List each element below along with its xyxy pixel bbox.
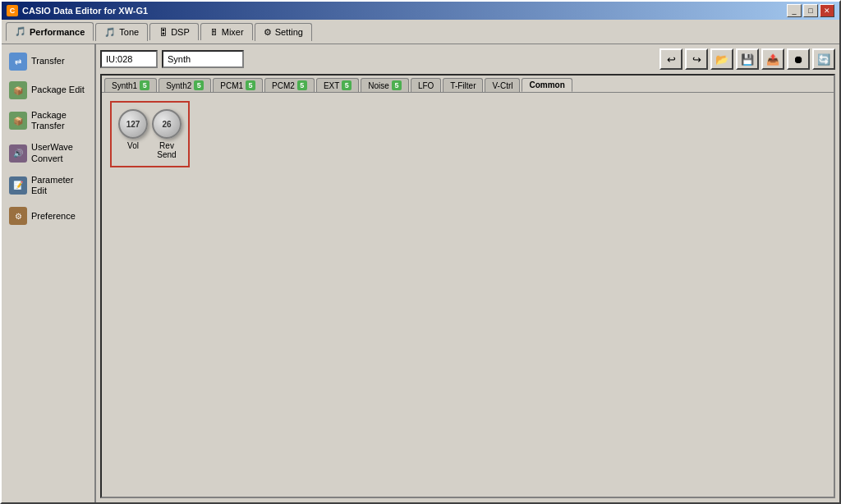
redo-button[interactable]: ↪ <box>685 48 708 70</box>
tab-setting[interactable]: ⚙ Setting <box>255 23 312 41</box>
open-icon: 📂 <box>715 53 728 66</box>
rev-send-knob-item: 26 RevSend <box>152 109 182 159</box>
close-button[interactable]: ✕ <box>820 4 834 17</box>
sidebar-item-package-edit[interactable]: 📦 Package Edit <box>4 77 92 103</box>
performance-tab-label: Performance <box>30 27 85 37</box>
preference-icon: ⚙ <box>9 207 27 225</box>
tone-tab-icon: 🎵 <box>104 27 116 38</box>
tab-mixer[interactable]: 🎚 Mixer <box>200 23 253 40</box>
sidebar-item-preference[interactable]: ⚙ Preference <box>4 203 92 229</box>
synth2-badge: 5 <box>194 80 204 90</box>
redo-icon: ↪ <box>692 53 701 66</box>
sidebar-item-transfer[interactable]: ⇄ Transfer <box>4 48 92 75</box>
toolbar-row: IU:028 Synth ↩ ↪ 📂 <box>100 48 835 70</box>
id-value: IU:028 <box>106 54 132 64</box>
rev-send-knob-value: 26 <box>162 120 171 129</box>
pcm2-badge: 5 <box>297 80 307 90</box>
sub-tab-v-ctrl[interactable]: V-Ctrl <box>485 78 520 92</box>
userwave-icon: 🔊 <box>9 144 27 163</box>
sub-tabs-bar: Synth1 5 Synth2 5 PCM1 5 PCM2 5 <box>102 76 834 93</box>
record-icon: ⏺ <box>793 53 804 66</box>
ext-badge: 5 <box>342 80 352 90</box>
main-window: C CASIO Data Editor for XW-G1 _ □ ✕ 🎵 Pe… <box>0 0 841 504</box>
toolbar-right: ↩ ↪ 📂 💾 📤 ⏺ <box>659 48 835 70</box>
sub-tab-common[interactable]: Common <box>522 78 572 92</box>
ext-label: EXT <box>324 81 339 90</box>
synth1-badge: 5 <box>140 80 149 90</box>
open-button[interactable]: 📂 <box>710 48 733 70</box>
sub-tab-pcm1[interactable]: PCM1 5 <box>213 78 263 92</box>
sub-tab-t-filter[interactable]: T-Filter <box>443 78 483 92</box>
package-transfer-icon: 📦 <box>9 112 27 130</box>
toolbar-left: IU:028 Synth <box>100 50 244 68</box>
lfo-label: LFO <box>418 81 434 90</box>
preference-label: Preference <box>31 211 76 222</box>
noise-label: Noise <box>368 81 389 90</box>
title-bar: C CASIO Data Editor for XW-G1 _ □ ✕ <box>2 2 839 20</box>
sub-tab-ext[interactable]: EXT 5 <box>316 78 359 92</box>
tab-dsp[interactable]: 🎛 DSP <box>149 23 199 40</box>
undo-icon: ↩ <box>667 53 676 66</box>
undo-button[interactable]: ↩ <box>659 48 682 70</box>
save-button[interactable]: 💾 <box>736 48 759 70</box>
main-layout: ⇄ Transfer 📦 Package Edit 📦 Package Tran… <box>2 44 839 502</box>
sub-tab-synth1[interactable]: Synth1 5 <box>104 78 157 92</box>
tone-tab-label: Tone <box>119 27 139 37</box>
export-icon: 📤 <box>766 53 779 66</box>
maximize-button[interactable]: □ <box>803 4 818 17</box>
sidebar-item-userwave[interactable]: 🔊 UserWave Convert <box>4 138 92 167</box>
vol-knob[interactable]: 127 <box>118 109 148 139</box>
synth1-label: Synth1 <box>112 81 137 90</box>
export-button[interactable]: 📤 <box>761 48 784 70</box>
pcm1-label: PCM1 <box>220 81 243 90</box>
vol-label: Vol <box>127 141 139 150</box>
window-title: CASIO Data Editor for XW-G1 <box>22 6 148 16</box>
sub-tab-synth2[interactable]: Synth2 5 <box>159 78 211 92</box>
sub-tab-pcm2[interactable]: PCM2 5 <box>264 78 315 92</box>
mixer-tab-label: Mixer <box>222 27 244 37</box>
parameter-edit-label: Parameter Edit <box>31 175 87 196</box>
v-ctrl-label: V-Ctrl <box>492 81 512 90</box>
package-transfer-label: Package Transfer <box>31 110 87 131</box>
sidebar-item-parameter-edit[interactable]: 📝 Parameter Edit <box>4 171 92 200</box>
content-area: IU:028 Synth ↩ ↪ 📂 <box>96 44 839 502</box>
dsp-tab-icon: 🎛 <box>159 27 168 37</box>
dsp-tab-label: DSP <box>171 27 190 37</box>
pcm1-badge: 5 <box>246 80 255 90</box>
mixer-tab-icon: 🎚 <box>209 27 218 37</box>
title-bar-buttons: _ □ ✕ <box>787 4 834 17</box>
transfer-label: Transfer <box>31 56 65 66</box>
title-bar-left: C CASIO Data Editor for XW-G1 <box>7 5 148 16</box>
app-icon: C <box>7 5 18 16</box>
id-field: IU:028 <box>100 50 158 68</box>
name-field[interactable]: Synth <box>162 50 244 68</box>
transfer-icon: ⇄ <box>9 53 27 71</box>
setting-tab-icon: ⚙ <box>264 27 272 38</box>
refresh-button[interactable]: 🔄 <box>812 48 835 70</box>
pcm2-label: PCM2 <box>272 81 295 90</box>
sidebar: ⇄ Transfer 📦 Package Edit 📦 Package Tran… <box>2 44 96 502</box>
tab-performance[interactable]: 🎵 Performance <box>6 22 94 41</box>
common-label: Common <box>529 80 564 89</box>
minimize-button[interactable]: _ <box>787 4 802 17</box>
noise-badge: 5 <box>392 80 402 90</box>
sidebar-item-package-transfer[interactable]: 📦 Package Transfer <box>4 106 92 135</box>
save-icon: 💾 <box>741 53 754 66</box>
setting-tab-label: Setting <box>275 27 303 37</box>
performance-tab-icon: 🎵 <box>15 26 26 37</box>
refresh-icon: 🔄 <box>817 53 830 66</box>
common-tab-content: 127 Vol 26 RevSend <box>102 93 834 497</box>
vol-knob-value: 127 <box>126 120 140 129</box>
name-value: Synth <box>168 54 191 64</box>
record-button[interactable]: ⏺ <box>787 48 810 70</box>
parameter-edit-icon: 📝 <box>9 176 27 195</box>
package-edit-label: Package Edit <box>31 85 85 95</box>
package-edit-icon: 📦 <box>9 81 27 99</box>
userwave-label: UserWave Convert <box>31 142 87 163</box>
sub-tab-noise[interactable]: Noise 5 <box>361 78 409 92</box>
tab-tone[interactable]: 🎵 Tone <box>95 23 148 41</box>
synth2-label: Synth2 <box>166 81 191 90</box>
rev-send-knob[interactable]: 26 <box>152 109 182 139</box>
vol-knob-item: 127 Vol <box>118 109 148 159</box>
sub-tab-lfo[interactable]: LFO <box>411 78 441 92</box>
